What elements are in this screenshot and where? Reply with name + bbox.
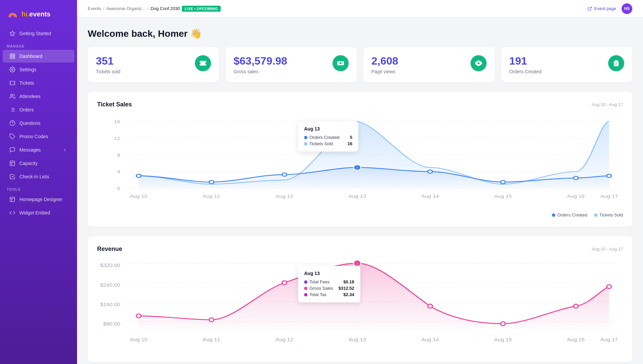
svg-point-69 [282,281,287,285]
sidebar-item-settings[interactable]: Settings [3,63,74,76]
sidebar-item-promo-codes[interactable]: Promo Codes [3,130,74,143]
sidebar-item-label: Orders [19,107,34,112]
svg-point-71 [428,304,432,308]
stat-card-orders: 191 Orders Created [501,47,633,82]
svg-rect-3 [10,57,12,59]
sidebar-item-checkin[interactable]: Check-In Lists [3,170,74,183]
stat-value-orders: 191 [509,55,542,67]
topbar-right: Event page HS [587,3,632,14]
svg-text:Aug 10: Aug 10 [130,337,147,342]
revenue-tooltip: Aug 13 Total Fees $0.18 Gross Sales [298,266,360,302]
sidebar-item-dashboard[interactable]: Dashboard [3,50,74,63]
stat-card-views: 2,608 Page views [363,47,495,82]
breadcrumb-event: Dog Conf 2030 [151,6,180,11]
ticket-sales-tooltip: Aug 13 Orders Created 5 Tickets Sold [298,121,358,152]
svg-text:Aug 17: Aug 17 [600,337,618,342]
stat-label-orders: Orders Created [509,69,542,74]
svg-point-44 [282,173,287,176]
sidebar-item-widget-embed[interactable]: Widget Embed [3,206,74,219]
gross-dot [304,287,307,290]
svg-point-70 [354,260,361,267]
list-icon [9,107,15,113]
event-page-link[interactable]: Event page [587,6,616,11]
svg-text:Aug 11: Aug 11 [203,337,220,342]
clipboard-icon [612,59,620,67]
cash-icon [337,59,345,67]
sidebar-item-label: Promo Codes [19,134,48,139]
breadcrumb-organizer[interactable]: Awesome Organiz... [106,6,145,11]
svg-point-46 [428,170,432,173]
svg-point-42 [136,174,141,178]
orders-stat-icon [608,55,624,71]
users-icon [9,93,15,99]
external-link-icon [587,6,592,11]
svg-rect-2 [13,54,15,56]
stat-value-views: 2,608 [371,55,398,67]
svg-text:Aug 11: Aug 11 [203,194,220,198]
sidebar-item-label: Check-In Lists [19,174,49,179]
sidebar-item-questions[interactable]: Questions [3,117,74,129]
chevron-left-icon [62,147,68,153]
grid-icon [9,53,15,59]
svg-text:12: 12 [114,136,120,141]
tooltip-row-tax: Total Tax $2.34 [304,291,354,298]
sidebar-item-label: Messages [19,147,41,153]
svg-point-47 [501,180,505,184]
ticket-nav-icon [9,80,15,86]
sidebar: hi.events Getting Started Manage Dashboa… [0,0,77,364]
fees-dot [304,280,307,284]
legend-tickets-label: Tickets Sold [599,212,623,217]
page-title: Welcome back, Homer 👋 [88,28,632,39]
ticket-icon [199,59,207,67]
svg-point-5 [12,69,13,71]
tickets-dot [304,142,307,146]
breadcrumb-events[interactable]: Events [88,6,101,11]
tooltip-orders-value: 5 [350,135,352,140]
svg-text:Aug 15: Aug 15 [494,194,512,198]
breadcrumb-sep-1: / [103,6,104,11]
sidebar-item-messages[interactable]: Messages [3,144,74,156]
stat-label-views: Page views [371,69,398,74]
sidebar-item-getting-started[interactable]: Getting Started [3,27,74,40]
svg-line-18 [589,7,591,9]
question-icon [9,120,15,126]
live-badge: LIVE • UPCOMING [182,6,220,12]
stat-label-sales: Gross sales [234,69,287,74]
svg-point-49 [607,174,612,178]
sales-stat-icon [333,55,349,71]
legend-orders-dot [552,213,555,217]
message-icon [9,147,15,153]
topbar: Events / Awesome Organiz... / Dog Conf 2… [77,0,643,17]
svg-point-6 [11,94,13,96]
ticket-sales-svg: 0 4 8 12 16 Aug 10 Aug 11 Aug 12 Aug 13 … [97,115,623,208]
revenue-chart-header: Revenue Aug 10 - Aug 17 [97,246,623,253]
sidebar-item-label: Capacity [19,161,38,166]
svg-text:Aug 12: Aug 12 [276,337,293,342]
svg-point-20 [478,62,480,64]
tooltip-orders-label: Orders Created [309,135,340,140]
svg-text:Aug 17: Aug 17 [600,194,618,198]
sidebar-item-label: Widget Embed [19,210,50,215]
sidebar-item-capacity[interactable]: Capacity [3,157,74,170]
sidebar-item-homepage-designer[interactable]: Homepage Designer [3,193,74,206]
breadcrumb-sep-2: / [147,6,149,11]
sidebar-item-orders[interactable]: Orders [3,103,74,116]
manage-section-label: Manage [0,40,77,50]
sidebar-item-tickets[interactable]: Tickets [3,77,74,89]
svg-rect-16 [10,161,15,166]
revenue-chart-card: Revenue Aug 10 - Aug 17 $80.00 $160.00 $… [88,236,632,362]
logo-text: hi.events [21,10,51,18]
ticket-sales-date-range: Aug 10 - Aug 17 [592,102,623,107]
logo-icon [7,8,19,20]
svg-text:Aug 16: Aug 16 [567,194,584,198]
tooltip-row-tickets: Tickets Sold 16 [304,141,352,147]
sidebar-item-attendees[interactable]: Attendees [3,90,74,103]
svg-rect-21 [615,60,617,62]
views-stat-icon [471,55,487,71]
svg-rect-4 [13,57,15,59]
svg-text:Aug 14: Aug 14 [421,337,439,342]
stats-grid: 351 Tickets sold $63,579.98 Gross sales [88,47,632,82]
sidebar-item-label: Dashboard [19,54,43,59]
tooltip-tickets-value: 16 [348,141,352,146]
designer-icon [9,196,15,202]
